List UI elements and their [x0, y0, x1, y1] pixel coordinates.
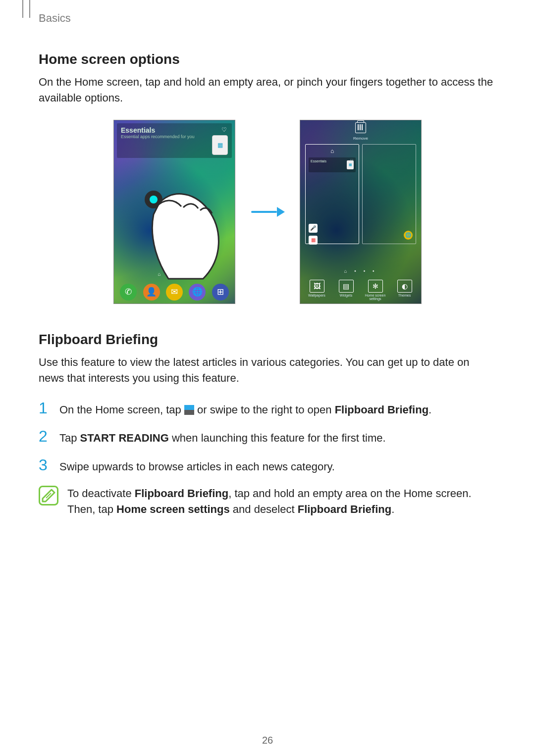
home-widget-essentials: ♡ Essentials Essential apps recommended …: [117, 123, 232, 158]
note-block: To deactivate Flipboard Briefing, tap an…: [39, 486, 496, 517]
step-3: 3 Swipe upwards to browse articles in ea…: [39, 457, 496, 475]
home-panel-thumbnail: 🌐: [362, 144, 416, 244]
dock: ✆ 👤 ✉ 🌐 ⊞: [114, 284, 235, 301]
grid-chip-icon: ▦: [309, 236, 318, 245]
step3-text: Swipe upwards to browse articles in each…: [59, 460, 335, 473]
trash-icon: [355, 122, 366, 133]
manual-page: Basics Home screen options On the Home s…: [0, 0, 535, 756]
home-settings-label: Home screen settings: [365, 294, 386, 301]
globe-chip-icon: 🌐: [404, 231, 413, 240]
paragraph-flipboard-briefing: Use this feature to view the latest arti…: [39, 354, 496, 386]
step-2: 2 Tap START READING when launching this …: [39, 428, 496, 446]
phone-icon: ✆: [120, 284, 137, 301]
step2-pre: Tap: [59, 432, 80, 444]
widgets-label: Widgets: [335, 294, 357, 297]
paragraph-home-screen-options: On the Home screen, tap and hold an empt…: [39, 74, 496, 106]
arrow-right-icon: [251, 208, 284, 216]
figure-home-screen-options: ♡ Essentials Essential apps recommended …: [39, 120, 496, 304]
note-icon: [39, 486, 58, 505]
mini-widget: ♡ Essentials ▦: [309, 157, 356, 172]
step-number: 1: [39, 400, 51, 416]
step2-post: when launching this feature for the firs…: [169, 432, 386, 444]
page-indicator: ⌂ • • •: [114, 271, 235, 277]
page-indicator: ⌂ • • •: [300, 268, 421, 274]
themes-label: Themes: [394, 294, 416, 297]
step-number: 2: [39, 428, 51, 444]
remove-button: Remove: [300, 122, 421, 141]
remove-label: Remove: [300, 136, 421, 141]
home-panel-thumbnail-active: ⌂ ♡ Essentials ▦ 🎤 ▦: [305, 144, 359, 244]
step2-bold: START READING: [80, 432, 169, 444]
heading-home-screen-options: Home screen options: [39, 51, 496, 67]
svg-point-1: [150, 196, 158, 203]
page-edge-tab: [22, 0, 30, 18]
step-1: 1 On the Home screen, tap or swipe to th…: [39, 400, 496, 418]
wallpapers-icon: 🖼: [310, 280, 324, 293]
heart-icon: ♡: [221, 126, 227, 133]
running-header: Basics: [39, 12, 496, 25]
step1-bold: Flipboard Briefing: [335, 403, 428, 416]
figure-phone-options: Remove ⌂ ♡ Essentials ▦ 🎤 ▦ 🌐: [300, 120, 422, 304]
internet-icon: 🌐: [189, 284, 206, 301]
note-b3: Flipboard Briefing: [298, 503, 391, 515]
step1-tail: .: [428, 403, 431, 416]
step-number: 3: [39, 457, 51, 473]
widget-title: Essentials: [117, 123, 232, 134]
messages-icon: ✉: [166, 284, 183, 301]
wallpapers-label: Wallpapers: [306, 294, 328, 297]
note-b2: Home screen settings: [116, 503, 230, 515]
apps-grid-icon: ▦: [212, 135, 228, 155]
home-outline-icon: ⌂: [306, 148, 359, 154]
note-t4: .: [391, 503, 394, 515]
note-t1: To deactivate: [67, 487, 135, 500]
options-dock: 🖼 Wallpapers ▤ Widgets ✻ Home screen set…: [300, 280, 421, 301]
touch-gesture-icon: [139, 185, 228, 284]
heading-flipboard-briefing: Flipboard Briefing: [39, 332, 496, 348]
settings-icon: ✻: [368, 280, 383, 293]
note-b1: Flipboard Briefing: [135, 487, 228, 500]
note-t3: and deselect: [230, 503, 298, 515]
flipboard-tile-icon: [184, 405, 194, 415]
page-number: 26: [0, 735, 535, 746]
contacts-icon: 👤: [143, 284, 160, 301]
apps-icon: ⊞: [212, 284, 229, 301]
widgets-icon: ▤: [339, 280, 354, 293]
figure-phone-before: ♡ Essentials Essential apps recommended …: [113, 120, 235, 304]
apps-grid-icon: ▦: [347, 160, 354, 169]
step1-text-post: or swipe to the right to open: [197, 403, 335, 416]
mic-chip-icon: 🎤: [309, 224, 318, 233]
step1-text-pre: On the Home screen, tap: [59, 403, 184, 416]
themes-icon: ◐: [397, 280, 412, 293]
